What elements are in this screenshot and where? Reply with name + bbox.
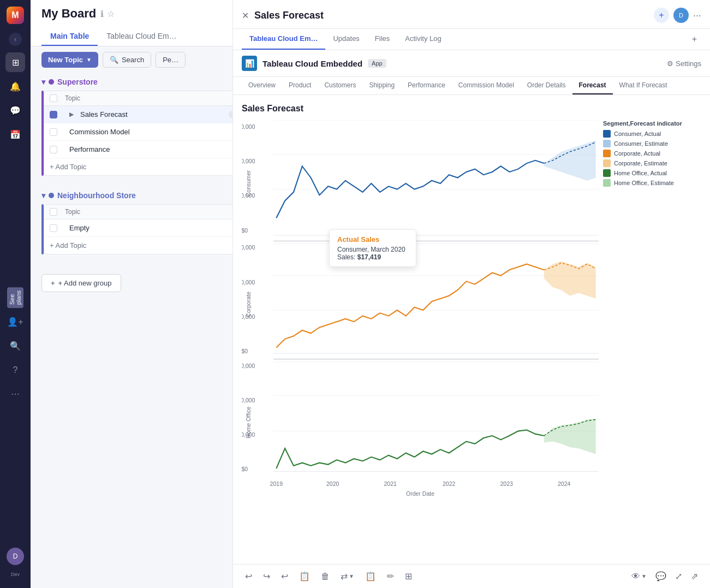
search-label: Search [122, 56, 144, 64]
chart-area: Sales Forecast $60,000 $40,000 $20,000 $… [233, 95, 710, 564]
svg-text:$40,000: $40,000 [242, 158, 255, 164]
legend-item-consumer-estimate: Consumer, Estimate [603, 140, 701, 147]
header-checkbox[interactable] [50, 94, 57, 102]
add-group-button[interactable]: + + Add new group [41, 274, 121, 292]
row-checkbox[interactable] [50, 111, 57, 118]
legend-label: Consumer, Actual [614, 130, 661, 137]
superstore-dot-icon [49, 79, 54, 85]
panel-close-button[interactable]: ✕ [242, 10, 249, 21]
tab-tableau-cloud-em[interactable]: Tableau Cloud Em… [242, 29, 325, 50]
sidebar-icon-calendar[interactable]: 📅 [5, 124, 25, 144]
header-checkbox[interactable] [50, 208, 57, 216]
sidebar-icon-search[interactable]: 🔍 [5, 336, 25, 356]
legend-label: Home Office, Actual [614, 170, 667, 176]
info-icon[interactable]: ℹ [100, 9, 104, 19]
right-panel: ✕ Sales Forecast + D ··· Tableau Cloud E… [232, 0, 710, 588]
svg-text:2019: 2019 [270, 480, 283, 487]
grid-button[interactable]: ⊞ [402, 569, 415, 584]
legend-swatch [603, 150, 611, 157]
search-button[interactable]: 🔍 Search [103, 52, 151, 68]
nav-tab-forecast[interactable]: Forecast [572, 77, 613, 94]
nav-tab-order-details[interactable]: Order Details [521, 77, 572, 94]
sidebar-icon-inbox[interactable]: 💬 [5, 100, 25, 120]
row-check-col [50, 128, 65, 136]
expand-button[interactable]: ⤢ [672, 569, 685, 584]
row-check-col [50, 224, 65, 232]
user-avatar[interactable]: D [7, 548, 24, 565]
view-button[interactable]: 👁 ▼ [628, 569, 650, 584]
tab-files[interactable]: Files [367, 29, 397, 50]
table-row[interactable]: Performance [44, 141, 245, 158]
svg-text:$40,000: $40,000 [242, 279, 255, 286]
nav-tab-what-if-forecast[interactable]: What If Forecast [613, 77, 674, 94]
tab-updates[interactable]: Updates [325, 29, 367, 50]
paste-button[interactable]: 📋 [362, 569, 379, 584]
table-row[interactable]: Empty [44, 219, 245, 237]
tableau-bar-chart-icon: 📊 [245, 59, 254, 68]
sidebar-collapse-btn[interactable]: ‹ [9, 33, 22, 46]
sidebar-icon-question[interactable]: ? [5, 360, 25, 380]
tab-activity-log[interactable]: Activity Log [397, 29, 449, 50]
nav-tab-performance[interactable]: Performance [401, 77, 452, 94]
legend-swatch [603, 130, 611, 138]
header-check-col [50, 94, 65, 102]
superstore-topics-table: Topic ▶ Sales Forecast 2 [44, 91, 246, 176]
swap-button[interactable]: ⇄ ▼ [337, 569, 357, 584]
tableau-nav: Overview Product Customers Shipping Perf… [233, 77, 710, 95]
svg-text:$60,000: $60,000 [242, 363, 255, 369]
share-button[interactable]: ⇗ [688, 569, 701, 584]
svg-text:2021: 2021 [384, 480, 397, 487]
panel-more-button[interactable]: ··· [693, 10, 701, 21]
add-group-plus-icon: + [51, 279, 55, 287]
star-icon[interactable]: ☆ [107, 9, 115, 19]
legend-item-home-office-estimate: Home Office, Estimate [603, 179, 701, 187]
superstore-group-name: Superstore [57, 78, 98, 86]
edit-button[interactable]: ✏ [384, 569, 397, 584]
table-row[interactable]: Commission Model [44, 123, 245, 141]
tableau-app-badge: App [368, 59, 386, 68]
nav-tab-product[interactable]: Product [282, 77, 318, 94]
nav-tab-shipping[interactable]: Shipping [362, 77, 401, 94]
row-checkbox[interactable] [50, 224, 57, 232]
legend-title: Segment,Forecast indicator [603, 120, 701, 127]
neighbourhood-topics-table: Topic Empty + Add Topic [44, 204, 246, 254]
see-plans-btn[interactable]: See plans [5, 288, 25, 308]
neighbourhood-add-topic[interactable]: + Add Topic [44, 237, 245, 254]
svg-text:2024: 2024 [558, 480, 571, 487]
legend-item-corporate-actual: Corporate, Actual [603, 150, 701, 157]
sidebar-icon-grid[interactable]: ⊞ [5, 52, 25, 72]
nav-tab-customers[interactable]: Customers [318, 77, 362, 94]
table-row[interactable]: ▶ Sales Forecast 2 [44, 106, 245, 123]
nav-tab-commission-model[interactable]: Commission Model [452, 77, 521, 94]
tab-main-table[interactable]: Main Table [41, 27, 98, 46]
panel-add-user-icon[interactable]: + [654, 8, 669, 23]
svg-text:2022: 2022 [443, 480, 456, 487]
delete-button[interactable]: 🗑 [318, 569, 333, 584]
tableau-settings-button[interactable]: ⚙ Settings [667, 60, 701, 68]
nav-tab-overview[interactable]: Overview [242, 77, 282, 94]
legend-label: Corporate, Actual [614, 150, 660, 157]
superstore-add-topic[interactable]: + Add Topic [44, 158, 245, 175]
back-button[interactable]: ↩ [278, 569, 291, 584]
sidebar-icon-person-add[interactable]: 👤+ [5, 312, 25, 332]
panel-tab-add-button[interactable]: + [688, 29, 701, 50]
svg-text:$0: $0 [242, 227, 248, 234]
sidebar-icon-bell[interactable]: 🔔 [5, 76, 25, 96]
legend-swatch [603, 159, 611, 167]
copy-button[interactable]: 📋 [296, 569, 313, 584]
tab-tableau-cloud[interactable]: Tableau Cloud Em… [98, 27, 185, 46]
new-topic-button[interactable]: New Topic ▼ [41, 52, 98, 68]
svg-text:Home Office: Home Office [245, 406, 252, 438]
row-checkbox[interactable] [50, 146, 57, 153]
sidebar-icon-dots[interactable]: ⋯ [5, 384, 25, 404]
svg-text:$40,000: $40,000 [242, 397, 255, 403]
tableau-bar: 📊 Tableau Cloud Embedded App ⚙ Settings [233, 50, 710, 77]
person-filter-button[interactable]: Pe… [156, 52, 186, 68]
row-checkbox[interactable] [50, 128, 57, 136]
comment-button[interactable]: 💬 [652, 569, 670, 584]
tableau-title: Tableau Cloud Embedded [262, 59, 362, 68]
chart-container: $60,000 $40,000 $20,000 $0 Consumer [242, 120, 701, 560]
undo-button[interactable]: ↩ [242, 569, 255, 584]
redo-button[interactable]: ↪ [260, 569, 273, 584]
topic-name: Sales Forecast [80, 110, 224, 118]
